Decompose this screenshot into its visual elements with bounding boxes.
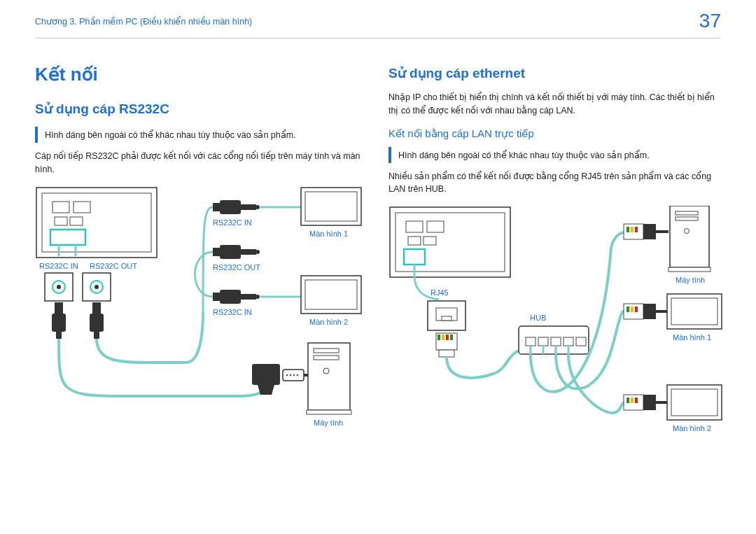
svg-point-45 <box>290 374 292 376</box>
heading-ethernet: Sử dụng cáp ethernet <box>388 65 721 81</box>
svg-rect-60 <box>438 335 440 340</box>
svg-rect-20 <box>94 332 99 339</box>
svg-point-11 <box>57 285 61 289</box>
svg-rect-58 <box>442 316 451 321</box>
svg-rect-76 <box>643 224 656 239</box>
svg-rect-84 <box>635 307 638 312</box>
svg-rect-88 <box>631 398 634 403</box>
heading-lan-direct: Kết nối bằng cáp LAN trực tiếp <box>388 127 721 140</box>
svg-rect-83 <box>631 307 634 312</box>
rj-plug-pc <box>624 224 656 239</box>
svg-rect-21 <box>213 203 220 211</box>
svg-rect-77 <box>626 227 629 232</box>
diagram-ethernet: RJ45 HUB <box>388 206 721 472</box>
svg-rect-19 <box>90 314 104 332</box>
svg-rect-68 <box>551 337 561 346</box>
svg-rect-101 <box>671 389 718 416</box>
heading-rs232c: Sử dụng cáp RS232C <box>35 101 368 117</box>
svg-rect-23 <box>241 204 256 210</box>
svg-rect-22 <box>220 200 241 214</box>
right-column: Sử dụng cáp ethernet Nhập IP cho thiết b… <box>388 64 721 472</box>
left-column: Kết nối Sử dụng cáp RS232C Hình dáng bên… <box>35 64 368 472</box>
svg-rect-36 <box>305 280 357 309</box>
svg-point-96 <box>685 229 690 234</box>
svg-rect-87 <box>626 398 629 403</box>
label-hub: HUB <box>530 314 546 322</box>
svg-rect-70 <box>576 337 586 346</box>
label-rs232c-out-mid: RS232C OUT <box>213 263 260 272</box>
svg-rect-79 <box>635 227 638 232</box>
svg-rect-52 <box>408 237 421 245</box>
svg-rect-82 <box>626 307 629 312</box>
svg-point-28 <box>255 250 260 254</box>
pc-tower-right <box>668 206 710 272</box>
svg-rect-15 <box>55 302 63 314</box>
label-monitor2-right: Màn hình 2 <box>673 424 711 433</box>
mid-plug-3 <box>213 290 260 304</box>
svg-point-32 <box>255 295 260 299</box>
breadcrumb: Chương 3. Phần mềm PC (Điều khiển nhiều … <box>35 16 252 27</box>
svg-rect-86 <box>643 395 656 410</box>
svg-point-47 <box>297 374 299 376</box>
body-rs232c: Cáp nối tiếp RS232C phải được kết nối vớ… <box>35 150 368 176</box>
svg-point-46 <box>293 374 295 376</box>
svg-rect-81 <box>643 304 656 319</box>
svg-rect-89 <box>635 398 638 403</box>
port-module-left <box>45 273 73 301</box>
svg-rect-97 <box>668 267 710 272</box>
svg-point-40 <box>323 368 329 374</box>
svg-rect-64 <box>439 350 454 357</box>
svg-point-44 <box>286 374 288 376</box>
svg-rect-50 <box>406 221 423 232</box>
svg-rect-41 <box>307 410 351 414</box>
body-ethernet: Nhập IP cho thiết bị hiển thị chính và k… <box>388 91 721 118</box>
rj-plug-mon2 <box>624 395 656 410</box>
svg-rect-51 <box>427 221 444 232</box>
pc-tower-left <box>307 343 351 414</box>
svg-rect-66 <box>526 337 536 346</box>
mid-plug-1 <box>213 200 260 214</box>
label-computer-right: Máy tính <box>676 276 705 284</box>
svg-point-24 <box>255 205 260 209</box>
label-computer-left: Máy tính <box>314 419 343 427</box>
svg-rect-3 <box>74 202 90 213</box>
label-rs232c-in-mid-top: RS232C IN <box>213 218 252 227</box>
heading-connect: Kết nối <box>35 64 368 85</box>
svg-rect-99 <box>671 298 718 325</box>
svg-rect-2 <box>52 202 69 213</box>
svg-rect-62 <box>446 335 449 340</box>
note-rs232c: Hình dáng bên ngoài có thể khác nhau tùy… <box>35 127 368 143</box>
svg-rect-38 <box>314 349 339 353</box>
svg-rect-63 <box>450 335 453 340</box>
rj45-plug <box>436 333 457 357</box>
svg-rect-39 <box>314 356 339 360</box>
jack-right <box>90 302 104 339</box>
page-number: 37 <box>699 10 721 32</box>
svg-rect-42 <box>252 364 280 385</box>
svg-rect-94 <box>676 211 698 215</box>
label-monitor1-left: Màn hình 1 <box>309 230 348 238</box>
hub-device <box>519 326 589 354</box>
svg-rect-29 <box>213 293 220 301</box>
label-monitor1-right: Màn hình 1 <box>673 333 711 342</box>
svg-rect-25 <box>213 248 220 256</box>
body-ethernet-2: Nhiều sản phẩm có thể kết nối được bằng … <box>388 170 721 197</box>
mid-plug-2 <box>213 245 260 259</box>
svg-rect-53 <box>424 237 436 245</box>
svg-rect-26 <box>220 245 241 259</box>
svg-rect-61 <box>442 335 444 340</box>
svg-rect-16 <box>52 314 66 332</box>
svg-rect-34 <box>305 192 357 221</box>
svg-point-14 <box>94 285 99 289</box>
db9-connector <box>252 364 280 395</box>
svg-rect-78 <box>631 227 634 232</box>
svg-rect-95 <box>676 217 698 220</box>
svg-rect-30 <box>220 290 241 304</box>
diagram-rs232c: RS232C IN RS232C OUT <box>35 186 368 438</box>
svg-rect-5 <box>70 217 83 225</box>
svg-rect-69 <box>564 337 573 346</box>
label-rs232c-in-left: RS232C IN <box>39 262 78 270</box>
label-rs232c-out-left: RS232C OUT <box>90 262 137 270</box>
label-rj45: RJ45 <box>430 288 449 297</box>
svg-rect-18 <box>92 302 101 314</box>
